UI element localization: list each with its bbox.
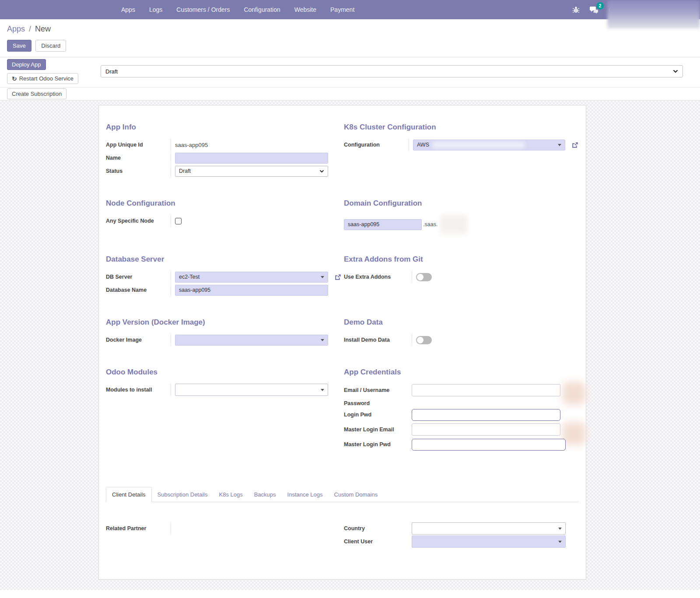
- section-title: App Credentials: [344, 368, 580, 377]
- modules-to-install-select[interactable]: [175, 384, 328, 396]
- restart-odoo-service-button[interactable]: ↻ Restart Odoo Service: [7, 73, 78, 84]
- restart-odoo-service-label: Restart Odoo Service: [19, 75, 74, 82]
- nav-item-configuration[interactable]: Configuration: [238, 3, 285, 16]
- nav-item-payment[interactable]: Payment: [325, 3, 360, 16]
- form-buttons: Save Discard: [7, 40, 693, 52]
- stage-select[interactable]: Draft: [101, 65, 683, 77]
- any-specific-node-label: Any Specific Node: [106, 218, 171, 224]
- docker-image-label: Docker Image: [106, 337, 171, 343]
- domain-suffix: .saas.: [423, 221, 438, 227]
- section-extra-addons: Extra Addons from Git Use Extra Addons: [344, 255, 580, 297]
- section-title: Extra Addons from Git: [344, 255, 580, 264]
- chatter: Send message Log note Schedule activity …: [0, 590, 700, 598]
- master-login-email-label: Master Login Email: [344, 427, 412, 433]
- tab-client-details[interactable]: Client Details: [106, 487, 152, 502]
- email-username-label: Email / Username: [344, 387, 412, 393]
- caret-down-icon: [558, 541, 562, 543]
- tab-instance-logs[interactable]: Instance Logs: [282, 487, 329, 502]
- refresh-icon: ↻: [12, 76, 17, 82]
- country-label: Country: [344, 525, 412, 532]
- db-server-label: DB Server: [106, 274, 171, 280]
- install-demo-data-label: Install Demo Data: [344, 337, 412, 343]
- master-login-email-input[interactable]: [412, 423, 560, 436]
- section-k8s-cluster: K8s Cluster Configuration Configuration …: [344, 123, 580, 178]
- status-label: Status: [106, 168, 171, 174]
- blurred-domain-text: [440, 215, 467, 234]
- tab-subscription-details[interactable]: Subscription Details: [152, 487, 214, 502]
- use-extra-addons-toggle[interactable]: [416, 273, 432, 281]
- messages-icon[interactable]: 2: [590, 5, 598, 14]
- db-server-select[interactable]: ec2-Test: [175, 272, 328, 283]
- top-navbar: Apps Logs Customers / Orders Configurati…: [0, 0, 700, 19]
- login-pwd-label: Login Pwd: [344, 412, 412, 418]
- login-pwd-input[interactable]: [412, 409, 560, 421]
- section-title: Database Server: [106, 255, 337, 264]
- breadcrumb: Apps / New: [7, 24, 693, 34]
- nav-item-website[interactable]: Website: [289, 3, 322, 16]
- tab-custom-domains[interactable]: Custom Domains: [329, 487, 384, 502]
- configuration-select[interactable]: AWS: [413, 140, 565, 150]
- country-select[interactable]: [412, 522, 566, 535]
- modules-to-install-label: Modules to install: [106, 387, 171, 393]
- email-username-input[interactable]: [412, 384, 560, 396]
- any-specific-node-checkbox[interactable]: [175, 218, 182, 224]
- database-name-input[interactable]: saas-app095: [175, 285, 328, 296]
- save-button[interactable]: Save: [7, 40, 32, 52]
- tab-backups[interactable]: Backups: [248, 487, 282, 502]
- nav-item-apps[interactable]: Apps: [116, 3, 140, 16]
- blurred-user-region: [607, 0, 700, 29]
- section-app-info: App Info App Unique Id saas-app095 Name …: [106, 123, 337, 178]
- stage-value: Draft: [105, 68, 118, 75]
- form-sheet: App Info App Unique Id saas-app095 Name …: [98, 105, 586, 580]
- client-user-label: Client User: [344, 539, 412, 545]
- caret-down-icon: [321, 339, 324, 341]
- deploy-app-button[interactable]: Deploy App: [7, 59, 46, 70]
- nav-item-customers-orders[interactable]: Customers / Orders: [171, 3, 235, 16]
- bug-icon[interactable]: [571, 5, 580, 14]
- notebook-tabs: Client Details Subscription Details K8s …: [106, 487, 579, 502]
- app-unique-id-value: saas-app095: [175, 142, 208, 148]
- section-title: Node Configuration: [106, 199, 337, 208]
- name-input[interactable]: [175, 153, 328, 164]
- section-node-configuration: Node Configuration Any Specific Node: [106, 199, 337, 234]
- nav-item-logs[interactable]: Logs: [144, 3, 168, 16]
- database-name-label: Database Name: [106, 287, 171, 293]
- messages-badge: 2: [596, 2, 604, 10]
- client-user-select[interactable]: [412, 535, 566, 548]
- chevron-down-icon: [673, 70, 678, 73]
- breadcrumb-apps-link[interactable]: Apps: [7, 24, 25, 33]
- tab-k8s-logs[interactable]: K8s Logs: [213, 487, 248, 502]
- caret-down-icon: [321, 276, 324, 278]
- master-login-pwd-label: Master Login Pwd: [344, 441, 412, 448]
- chevron-down-icon: [319, 170, 324, 173]
- configuration-value: AWS: [417, 142, 429, 148]
- statusbar: Deploy App ↻ Restart Odoo Service Create…: [0, 57, 700, 101]
- install-demo-data-toggle[interactable]: [416, 336, 432, 344]
- subdomain-input[interactable]: saas-app095: [344, 219, 422, 230]
- client-details-panel: Related Partner Country Client User: [106, 522, 579, 549]
- docker-image-select[interactable]: [175, 335, 328, 346]
- discard-button[interactable]: Discard: [35, 40, 66, 52]
- breadcrumb-separator: /: [27, 24, 33, 33]
- section-title: K8s Cluster Configuration: [344, 123, 580, 132]
- external-link-icon[interactable]: [571, 141, 579, 149]
- external-link-icon[interactable]: [334, 273, 342, 281]
- use-extra-addons-label: Use Extra Addons: [344, 274, 412, 280]
- section-app-version: App Version (Docker Image) Docker Image: [106, 318, 337, 347]
- section-title: App Info: [106, 123, 337, 132]
- form-background: App Info App Unique Id saas-app095 Name …: [0, 101, 700, 590]
- section-demo-data: Demo Data Install Demo Data: [344, 318, 580, 347]
- caret-down-icon: [558, 528, 562, 530]
- statusbar-divider: [0, 87, 700, 87]
- master-login-pwd-input[interactable]: [412, 439, 566, 451]
- control-panel: Apps / New Save Discard: [0, 19, 700, 57]
- section-title: Demo Data: [344, 318, 580, 327]
- section-title: App Version (Docker Image): [106, 318, 337, 327]
- section-title: Odoo Modules: [106, 368, 337, 377]
- create-subscription-button[interactable]: Create Subscription: [7, 88, 66, 99]
- caret-down-icon: [558, 144, 561, 146]
- status-select[interactable]: Draft: [175, 166, 328, 177]
- blurred-logo-region: [0, 0, 102, 23]
- section-domain-configuration: Domain Configuration saas-app095 .saas.: [344, 199, 580, 234]
- section-database-server: Database Server DB Server ec2-Test: [106, 255, 337, 297]
